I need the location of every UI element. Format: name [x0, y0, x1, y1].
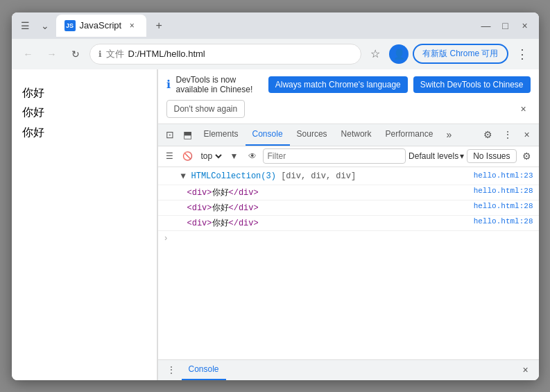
tab-console[interactable]: Console [246, 123, 290, 146]
tab-network[interactable]: Network [334, 123, 379, 146]
update-chrome-button[interactable]: 有新版 Chrome 可用 [413, 44, 508, 64]
address-input-wrap[interactable]: ℹ 文件 D:/HTML/hello.html [89, 44, 362, 65]
window-close-button[interactable]: × [517, 17, 533, 34]
console-line-1: HTMLCollection(3) [div, div, div] [191, 171, 470, 181]
tab-elements[interactable]: Elements [197, 123, 246, 146]
switch-to-chinese-button[interactable]: Switch DevTools to Chinese [413, 76, 531, 93]
dock-side-button[interactable]: ⬒ [179, 126, 197, 144]
tab-performance[interactable]: Performance [379, 123, 440, 146]
context-dropdown-button[interactable]: ▼ [227, 148, 242, 164]
tab-close-button[interactable]: × [126, 19, 138, 32]
console-row-div-3: <div>你好</div> hello.html:28 [158, 216, 539, 231]
dont-show-again-button[interactable]: Don't show again [166, 100, 246, 118]
console-link-2[interactable]: hello.html:28 [474, 187, 533, 195]
maximize-button[interactable]: □ [497, 17, 514, 34]
webpage-content: 你好 你好 你好 [12, 69, 157, 380]
console-output: ▶ HTMLCollection(3) [div, div, div] hell… [158, 167, 539, 359]
console-filter-input[interactable] [263, 148, 406, 164]
context-selector[interactable]: top [198, 151, 224, 162]
security-icon: ℹ [98, 49, 102, 59]
notification-text: DevTools is now available in Chinese! [176, 75, 263, 94]
webpage-text: 你好 你好 你好 [22, 83, 146, 143]
bottom-close-button[interactable]: × [518, 362, 533, 377]
log-levels-selector[interactable]: Default levels ▾ [409, 151, 464, 161]
bottom-tab-icon-button[interactable]: ⋮ [164, 362, 179, 377]
console-sidebar-button[interactable]: ☰ [162, 148, 178, 164]
clear-console-button[interactable]: 🚫 [180, 148, 196, 164]
console-row-div-1: <div>你好</div> hello.html:28 [158, 185, 539, 201]
active-tab[interactable]: JS JavaScript × [56, 15, 147, 37]
url-text: D:/HTML/hello.html [128, 49, 205, 59]
console-link-4[interactable]: hello.html:28 [474, 217, 533, 225]
new-tab-button[interactable]: + [149, 16, 169, 35]
address-bar: ← → ↻ ℹ 文件 D:/HTML/hello.html ☆ 👤 有新版 Ch… [12, 39, 539, 69]
chrome-menu-button[interactable]: ⋮ [513, 44, 532, 64]
window-controls: — □ × [478, 17, 533, 34]
devtools-panel: ℹ DevTools is now available in Chinese! … [157, 69, 539, 380]
more-tabs-button[interactable]: » [440, 126, 458, 144]
bottom-tab-bar: ⋮ Console × [158, 359, 539, 380]
profile-button[interactable]: 👤 [389, 44, 409, 64]
devtools-settings: ⚙ ⋮ × [479, 126, 536, 144]
console-row-div-2: <div>你好</div> hello.html:28 [158, 201, 539, 216]
minimize-button[interactable]: — [478, 17, 495, 34]
devtools-settings-button[interactable]: ⚙ [479, 126, 497, 144]
browser-window: ☰ ⌄ JS JavaScript × + — □ × ← → ↻ ℹ 文件 D… [12, 12, 539, 380]
bottom-console-tab[interactable]: Console [182, 359, 226, 380]
url-scheme: 文件 [106, 48, 124, 60]
eye-button[interactable]: 👁 [245, 148, 260, 164]
back-button[interactable]: ← [19, 44, 38, 64]
devtools-close-button[interactable]: × [518, 126, 536, 144]
title-bar: ☰ ⌄ JS JavaScript × + — □ × [12, 12, 539, 39]
console-line-3: <div>你好</div> [187, 202, 470, 214]
console-prompt-row: › [158, 231, 539, 246]
text-line-2: 你好 [22, 103, 146, 123]
text-line-1: 你好 [22, 83, 146, 103]
toggle-device-toolbar-button[interactable]: ⊡ [161, 126, 179, 144]
text-line-3: 你好 [22, 123, 146, 143]
main-area: 你好 你好 你好 ℹ DevTools is now available in … [12, 69, 539, 380]
forward-button[interactable]: → [42, 44, 62, 64]
console-link-3[interactable]: hello.html:28 [474, 202, 533, 210]
tab-title: JavaScript [80, 20, 122, 31]
expand-icon-1[interactable]: ▶ [178, 173, 188, 182]
console-line-4: <div>你好</div> [187, 217, 470, 229]
devtools-kebab-button[interactable]: ⋮ [499, 126, 517, 144]
prompt-arrow: › [164, 234, 169, 244]
tab-sources[interactable]: Sources [290, 123, 334, 146]
devtools-tabs: ⊡ ⬒ Elements Console Sources Network Per… [158, 124, 539, 146]
console-gear-button[interactable]: ⚙ [519, 148, 535, 164]
tab-favicon: JS [65, 20, 76, 31]
console-row-collection: ▶ HTMLCollection(3) [div, div, div] hell… [158, 170, 539, 185]
notification-bar: ℹ DevTools is now available in Chinese! … [158, 69, 539, 124]
tab-list-button[interactable]: ⌄ [37, 17, 53, 34]
bookmark-button[interactable]: ☆ [366, 44, 385, 64]
match-language-button[interactable]: Always match Chrome's language [268, 76, 408, 93]
tab-bar: ☰ ⌄ JS JavaScript × + [17, 15, 475, 37]
notification-icon: ℹ [166, 78, 171, 91]
console-link-1[interactable]: hello.html:23 [474, 171, 533, 180]
console-toolbar: ☰ 🚫 top ▼ 👁 Default levels ▾ No Issues ⚙ [158, 146, 539, 167]
console-prompt-input[interactable] [173, 234, 533, 244]
reload-button[interactable]: ↻ [66, 44, 85, 64]
console-line-2: <div>你好</div> [187, 187, 470, 198]
window-menu-button[interactable]: ☰ [17, 17, 34, 34]
issues-badge: No Issues [467, 149, 516, 163]
notification-close-button[interactable]: × [517, 102, 531, 116]
